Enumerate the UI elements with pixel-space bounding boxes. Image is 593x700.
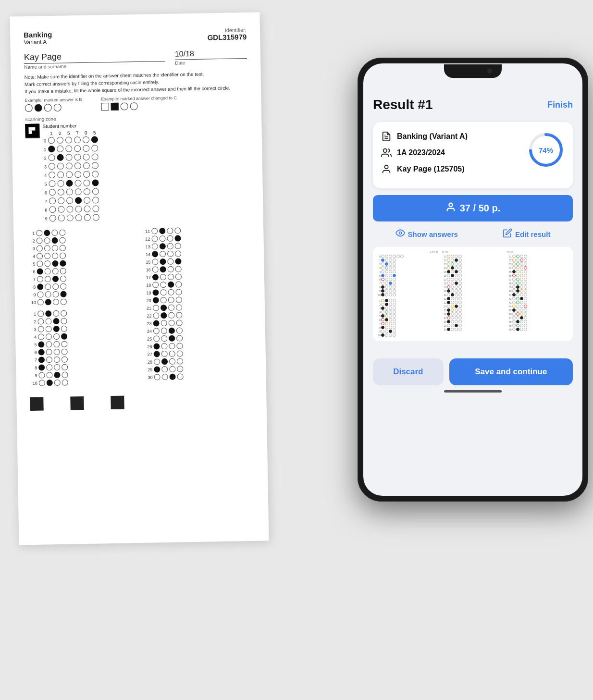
- sn-2-0: [48, 154, 55, 161]
- answer-sheet: Banking Variant A Identifier: GDL315979 …: [10, 12, 269, 545]
- sn-8-2: [66, 206, 73, 212]
- q23-row: 23: [144, 319, 252, 327]
- bubble-a: [25, 104, 33, 112]
- sn-2-2: [65, 154, 72, 160]
- score-text: 37 / 50 p.: [460, 203, 501, 214]
- sn-1-4: [83, 145, 89, 152]
- answers-section: 1 2 3 4: [27, 226, 253, 388]
- sn-5-4: [83, 180, 90, 186]
- phone-camera: [487, 69, 492, 74]
- q2-row: 2: [27, 236, 135, 244]
- show-answers-button[interactable]: Show answers: [395, 228, 458, 240]
- qa8-row: 8: [29, 363, 137, 371]
- q3-row: 3: [27, 244, 135, 252]
- sn-0-5-filled: [91, 136, 98, 143]
- qa7-row: 7: [29, 355, 137, 363]
- course-name: Banking (Variant A): [397, 132, 468, 141]
- sn-7-0: [49, 197, 56, 204]
- sn-4-3: [74, 171, 81, 178]
- q20-row: 20: [144, 295, 251, 304]
- svg-point-7: [399, 232, 401, 234]
- example2: Example: marked answer changed to C: [101, 96, 177, 111]
- sn-2-5: [91, 153, 98, 160]
- save-continue-button[interactable]: Save and continue: [449, 358, 573, 385]
- sn-9-3: [75, 214, 82, 221]
- qa3-row: 3: [29, 324, 136, 332]
- student-number-grid: Student number 125705 0: [25, 120, 250, 223]
- sn-7-5: [92, 196, 99, 203]
- sn-5-2-filled: [66, 180, 73, 186]
- discard-button[interactable]: Discard: [373, 358, 444, 385]
- sn-4-1: [57, 172, 64, 178]
- score-icon: [445, 202, 456, 215]
- date-field: 10/18 Date: [175, 49, 247, 67]
- sn-1-5: [91, 145, 98, 151]
- sn-5-1: [57, 180, 64, 187]
- sn-row-0: 0: [43, 135, 99, 145]
- scan-grid: ABCD 0: [377, 251, 569, 337]
- identifier-value: GDL315979: [207, 33, 247, 41]
- sq-b-filled: [111, 103, 119, 111]
- q18-row: 18: [143, 280, 251, 288]
- q14-row: 14: [143, 249, 250, 258]
- app-content: Result #1 Finish: [363, 87, 582, 353]
- sn-8-0: [49, 206, 56, 213]
- q4-row: 4: [27, 251, 135, 259]
- student-number-block: Student number 125705 0: [42, 123, 100, 223]
- edit-result-button[interactable]: Edit result: [503, 228, 550, 240]
- q22-row: 22: [144, 311, 251, 319]
- class-name: 1A 2023/2024: [397, 148, 445, 157]
- student-item: Kay Page (125705): [381, 163, 527, 175]
- result-info-left: Banking (Variant A): [381, 131, 527, 180]
- action-row: Show answers Edit result: [373, 228, 573, 240]
- sn-3-0: [49, 163, 55, 170]
- ex2-bubble-c: [121, 102, 128, 110]
- sn-6-0: [49, 189, 56, 196]
- q6-row: 6: [28, 267, 136, 275]
- result-title: Result #1: [373, 97, 433, 112]
- q10-row: 10: [28, 297, 136, 306]
- name-label: Name and surname: [24, 64, 66, 70]
- sn-row-2: 2: [43, 153, 99, 162]
- progress-label: 74%: [539, 146, 553, 154]
- sn-0-4: [83, 136, 89, 143]
- sn-row-5: 5: [43, 179, 99, 188]
- sn-3-4: [83, 162, 90, 169]
- q11-row: 11: [142, 226, 250, 234]
- bottom-markers: [30, 393, 253, 411]
- sn-8-1: [58, 206, 64, 213]
- sn-4-2: [66, 171, 73, 178]
- sn-row-7: 7: [44, 196, 100, 206]
- sn-9-2: [67, 214, 74, 221]
- q30-row: 30: [145, 372, 252, 381]
- home-indicator: [444, 390, 502, 393]
- q8-row: 8: [28, 282, 136, 290]
- sn-5-3: [74, 180, 81, 186]
- eye-icon: [395, 228, 405, 240]
- sheet-header: Banking Variant A Identifier: GDL315979: [24, 27, 247, 46]
- sn-7-3-filled: [75, 197, 82, 204]
- sn-1-1: [57, 146, 63, 152]
- bottom-marker-3: [111, 396, 124, 409]
- name-field: Kay Page Name and surname: [24, 50, 166, 70]
- score-bar: 37 / 50 p.: [373, 195, 573, 221]
- date-label: Date: [175, 60, 185, 65]
- student-number-label: Student number: [42, 123, 99, 129]
- sn-7-1: [58, 197, 64, 204]
- sn-row-8: 8: [44, 205, 100, 214]
- sn-1-2: [65, 145, 72, 152]
- sn-row-4: 4: [43, 170, 99, 180]
- qa6-row: 6: [29, 347, 137, 356]
- q21-row: 21: [144, 303, 251, 311]
- edit-result-label: Edit result: [515, 230, 550, 238]
- bubble-d: [54, 104, 62, 111]
- q1-row: 1: [27, 228, 135, 236]
- q19-row: 19: [143, 288, 251, 296]
- sn-5-0: [49, 180, 55, 187]
- phone-notch: [444, 64, 502, 78]
- sheet-title-block: Banking Variant A: [24, 30, 52, 46]
- finish-button[interactable]: Finish: [547, 100, 573, 110]
- sn-2-3: [74, 154, 81, 160]
- ex2-bubble-d: [130, 102, 138, 110]
- q24-row: 24: [144, 326, 252, 334]
